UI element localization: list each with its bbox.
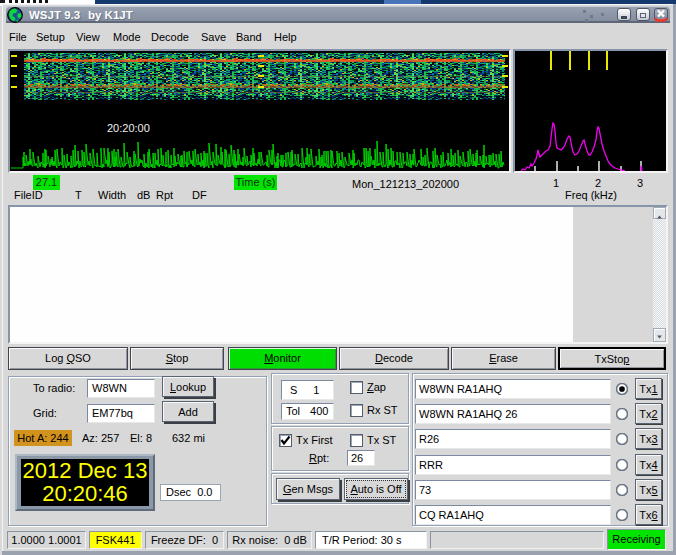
svg-text:20:20:00: 20:20:00 <box>107 122 150 134</box>
